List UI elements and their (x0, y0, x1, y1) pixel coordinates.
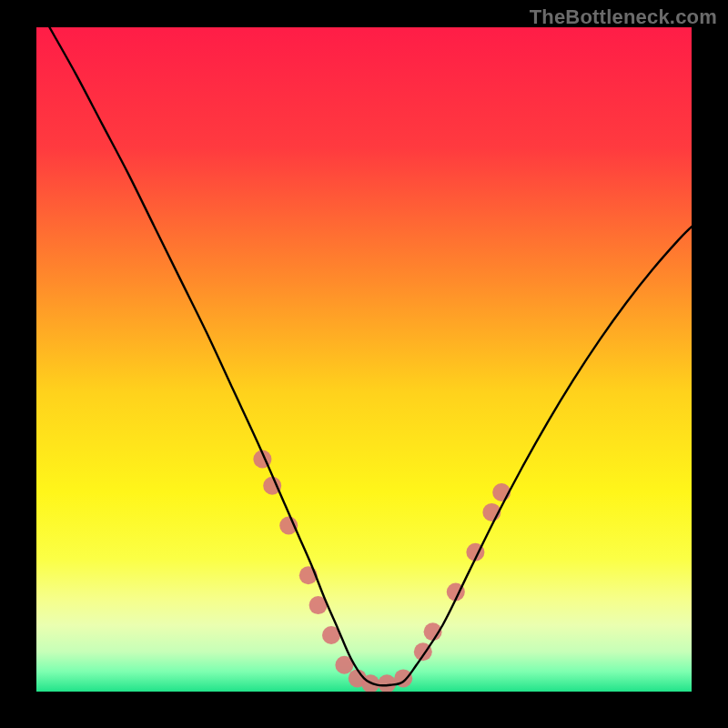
chart-svg (36, 27, 692, 692)
highlight-dot (378, 674, 396, 692)
plot-area (36, 27, 692, 692)
watermark-text: TheBottleneck.com (530, 5, 717, 29)
bottleneck-curve (49, 27, 692, 685)
chart-root: TheBottleneck.com (0, 0, 728, 728)
highlight-dots-group (253, 450, 511, 693)
